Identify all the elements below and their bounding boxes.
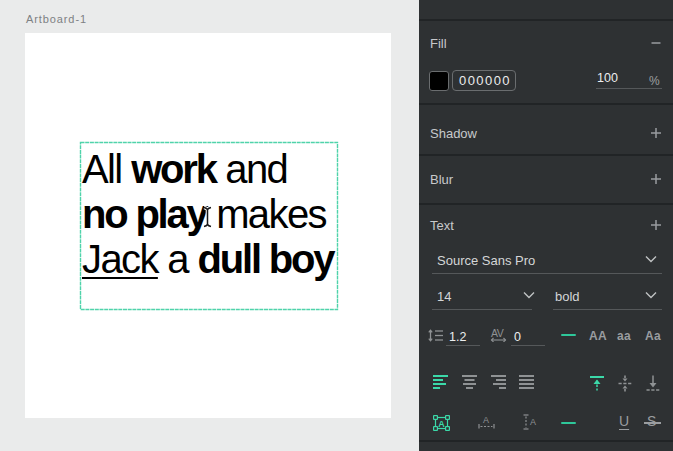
text-section-title: Text (430, 218, 454, 233)
text-add-button[interactable] (650, 219, 662, 231)
strikethrough-line (644, 422, 661, 424)
textbox-fixed-width-button[interactable]: A (478, 415, 495, 429)
text-line-1: All work and (82, 147, 333, 192)
fill-color-swatch[interactable] (429, 71, 449, 91)
line-height-input[interactable] (449, 330, 479, 344)
blur-section-title: Blur (430, 172, 453, 187)
divider (419, 203, 673, 205)
ibeam-cursor-icon (200, 205, 216, 229)
decoration-underline-button[interactable]: U (619, 413, 629, 429)
text-line-3: Jack a dull boy (82, 237, 333, 282)
shadow-add-button[interactable] (650, 127, 662, 139)
shadow-section-title: Shadow (430, 126, 477, 141)
svg-text:A: A (483, 415, 489, 425)
font-size-chevron-icon[interactable] (523, 291, 535, 299)
divider (419, 103, 673, 105)
align-right-button[interactable] (491, 375, 507, 390)
decoration-none-button[interactable] (561, 422, 576, 424)
font-family-select[interactable]: Source Sans Pro (437, 253, 535, 268)
divider (419, 19, 673, 21)
svg-text:A: A (438, 419, 445, 429)
artboard-label[interactable]: Artboard-1 (26, 13, 87, 25)
align-left-button[interactable] (433, 375, 449, 390)
fill-section-title: Fill (430, 36, 447, 51)
divider (419, 440, 673, 442)
valign-middle-button[interactable] (617, 375, 634, 392)
fill-hex-box (452, 70, 516, 91)
font-size-select[interactable]: 14 (437, 289, 451, 304)
case-upper-button[interactable]: AA (589, 329, 607, 343)
font-family-underline (432, 273, 662, 274)
valign-top-button[interactable] (589, 375, 606, 392)
canvas-area[interactable]: Artboard-1 All work andno play makesJack… (0, 0, 419, 451)
font-weight-chevron-icon[interactable] (645, 291, 657, 299)
app-window: Artboard-1 All work andno play makesJack… (0, 0, 673, 451)
fill-opacity-unit: % (649, 74, 660, 88)
svg-text:A: A (530, 417, 536, 427)
align-justify-button[interactable] (519, 375, 535, 390)
fill-hex-input[interactable] (453, 71, 515, 90)
textbox-fixed-height-button[interactable]: A (523, 414, 537, 430)
decoration-strikethrough-button[interactable]: S (647, 413, 656, 429)
fill-opacity-input[interactable] (597, 71, 637, 85)
svg-text:AV: AV (491, 328, 504, 339)
font-family-chevron-icon[interactable] (645, 255, 657, 263)
letter-spacing-input[interactable] (514, 330, 542, 344)
letter-spacing-underline (511, 345, 545, 346)
case-none-button[interactable] (561, 334, 576, 336)
divider (419, 154, 673, 156)
inspector-panel: Fill % Shadow Blur Text Source Sans Pr (419, 0, 673, 451)
font-weight-underline (553, 309, 662, 310)
valign-bottom-button[interactable] (645, 375, 662, 392)
case-lower-button[interactable]: aa (617, 329, 631, 343)
font-size-underline (432, 309, 532, 310)
textbox-auto-button[interactable]: A (433, 415, 450, 431)
align-center-button[interactable] (462, 375, 478, 390)
fill-collapse-button[interactable] (650, 37, 662, 49)
font-weight-select[interactable]: bold (555, 289, 580, 304)
blur-add-button[interactable] (650, 173, 662, 185)
fill-opacity-underline (596, 88, 662, 89)
letter-spacing-icon: AV (490, 328, 510, 342)
line-height-icon (428, 329, 444, 342)
line-height-underline (446, 345, 480, 346)
case-title-button[interactable]: Aa (645, 329, 661, 343)
